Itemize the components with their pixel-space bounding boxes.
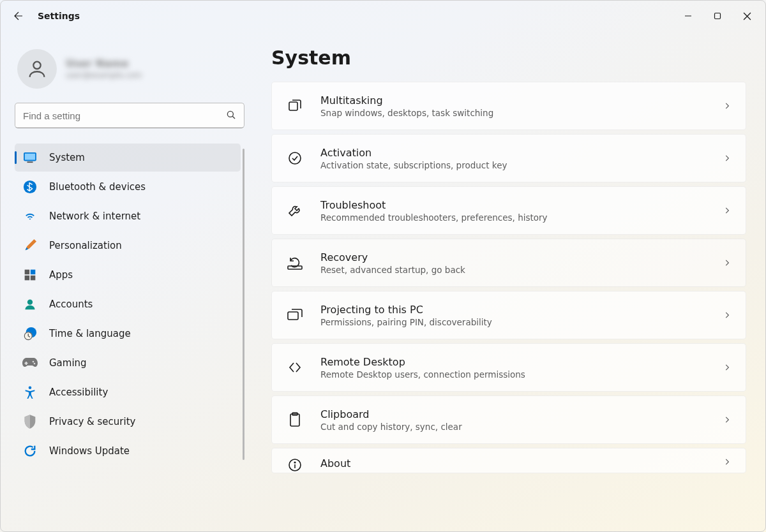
svg-rect-1 (715, 13, 721, 19)
nav-item-privacy[interactable]: Privacy & security (15, 408, 241, 436)
svg-rect-9 (27, 161, 33, 163)
maximize-button[interactable] (703, 2, 732, 30)
nav-label: Accounts (49, 299, 93, 310)
activation-icon (286, 151, 304, 166)
nav-item-windows-update[interactable]: Windows Update (15, 437, 241, 465)
card-about[interactable]: About (271, 448, 746, 473)
minimize-button[interactable] (673, 2, 703, 30)
chevron-right-icon (723, 206, 732, 215)
svg-point-15 (27, 300, 33, 305)
maximize-icon (714, 12, 721, 20)
svg-point-25 (289, 152, 301, 164)
card-desc: Recommended troubleshooters, preferences… (320, 212, 706, 223)
profile-name: User Name (66, 57, 142, 71)
accessibility-icon (22, 385, 38, 400)
svg-line-6 (232, 116, 235, 119)
nav-item-personalization[interactable]: Personalization (15, 232, 241, 260)
profile-block[interactable]: User Name user@example.com (15, 39, 244, 103)
card-multitasking[interactable]: MultitaskingSnap windows, desktops, task… (271, 82, 746, 130)
sidebar: User Name user@example.com System Blueto… (1, 31, 256, 532)
card-desc: Remote Desktop users, connection permiss… (320, 369, 706, 380)
svg-point-19 (33, 361, 34, 363)
svg-point-4 (33, 62, 40, 69)
clipboard-icon (286, 412, 304, 427)
back-button[interactable] (4, 2, 33, 30)
paintbrush-icon (22, 238, 38, 253)
chevron-right-icon (723, 101, 732, 110)
accounts-icon (22, 297, 38, 312)
nav-label: Gaming (49, 357, 87, 369)
card-remote-desktop[interactable]: Remote DesktopRemote Desktop users, conn… (271, 343, 746, 392)
svg-rect-28 (290, 414, 299, 426)
about-icon (286, 457, 304, 473)
nav-item-accounts[interactable]: Accounts (15, 290, 241, 318)
chevron-right-icon (723, 363, 732, 372)
card-clipboard[interactable]: ClipboardCut and copy history, sync, cle… (271, 395, 746, 444)
nav-label: Privacy & security (49, 416, 135, 427)
shield-icon (22, 414, 38, 429)
svg-rect-24 (289, 102, 297, 110)
card-desc: Cut and copy history, sync, clear (320, 422, 706, 432)
card-title: Recovery (320, 251, 706, 263)
svg-point-23 (29, 386, 32, 389)
card-title: Clipboard (320, 408, 706, 420)
card-recovery[interactable]: RecoveryReset, advanced startup, go back (271, 239, 746, 287)
card-projecting[interactable]: Projecting to this PCPermissions, pairin… (271, 291, 746, 339)
svg-rect-11 (25, 270, 30, 275)
gamepad-icon (22, 355, 38, 371)
recovery-icon (286, 255, 304, 270)
card-title: Projecting to this PC (320, 304, 706, 316)
apps-icon (22, 267, 38, 283)
nav-label: Windows Update (49, 445, 130, 457)
window-title: Settings (38, 11, 80, 21)
svg-point-20 (34, 363, 36, 365)
svg-point-32 (294, 462, 296, 463)
svg-rect-13 (25, 276, 30, 281)
page-title: System (271, 47, 746, 69)
card-troubleshoot[interactable]: TroubleshootRecommended troubleshooters,… (271, 186, 746, 235)
globe-clock-icon (22, 326, 38, 341)
main-panel: System MultitaskingSnap windows, desktop… (256, 31, 765, 532)
chevron-right-icon (723, 457, 732, 466)
search-input[interactable] (15, 103, 244, 128)
card-desc: Reset, advanced startup, go back (320, 265, 706, 275)
svg-rect-22 (25, 363, 28, 364)
search-box[interactable] (15, 103, 244, 128)
nav-label: Bluetooth & devices (49, 181, 146, 193)
multitasking-icon (286, 98, 304, 114)
search-icon (225, 109, 237, 121)
nav-label: Accessibility (49, 387, 108, 398)
bluetooth-icon (22, 179, 38, 195)
card-title: Remote Desktop (320, 356, 706, 368)
back-arrow-icon (13, 10, 24, 22)
nav-item-gaming[interactable]: Gaming (15, 349, 241, 377)
chevron-right-icon (723, 311, 732, 320)
nav-label: Apps (49, 269, 73, 281)
nav-item-apps[interactable]: Apps (15, 261, 241, 289)
chevron-right-icon (723, 258, 732, 267)
nav-label: Network & internet (49, 211, 140, 222)
nav-item-accessibility[interactable]: Accessibility (15, 378, 241, 406)
avatar (17, 49, 57, 89)
nav-item-bluetooth[interactable]: Bluetooth & devices (15, 173, 241, 201)
card-title: Activation (320, 147, 706, 159)
card-activation[interactable]: ActivationActivation state, subscription… (271, 134, 746, 182)
card-title: Troubleshoot (320, 199, 706, 211)
update-icon (22, 443, 38, 459)
titlebar: Settings (1, 1, 765, 31)
chevron-right-icon (723, 154, 732, 163)
nav-item-network[interactable]: Network & internet (15, 202, 241, 230)
nav-item-time-language[interactable]: Time & language (15, 320, 241, 348)
svg-rect-8 (25, 154, 35, 160)
svg-point-5 (227, 111, 233, 117)
close-button[interactable] (732, 2, 762, 30)
nav-label: System (49, 152, 85, 163)
svg-rect-27 (288, 312, 298, 320)
card-desc: Snap windows, desktops, task switching (320, 108, 706, 118)
nav-item-system[interactable]: System (15, 144, 241, 172)
card-desc: Permissions, pairing PIN, discoverabilit… (320, 317, 706, 327)
card-title: About (320, 457, 706, 469)
person-icon (26, 58, 48, 80)
nav-label: Personalization (49, 240, 122, 251)
svg-rect-14 (31, 276, 36, 281)
